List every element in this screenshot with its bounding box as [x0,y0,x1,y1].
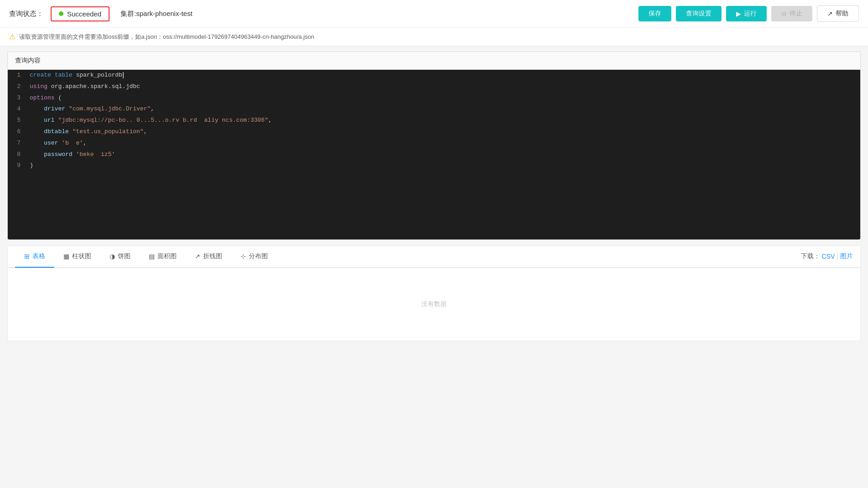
tab-pie-label: 饼图 [118,252,131,260]
line-number-6: 6 [8,126,26,138]
tabs-bar: ⊞ 表格 ▦ 柱状图 ◑ 饼图 ▤ 面积图 ↗ 折线图 ⊹ 分布图 下载： CS… [8,246,860,268]
code-line-empty-5 [8,217,860,228]
tabs-section: ⊞ 表格 ▦ 柱状图 ◑ 饼图 ▤ 面积图 ↗ 折线图 ⊹ 分布图 下载： CS… [7,245,861,268]
save-button[interactable]: 保存 [638,6,671,21]
code-line-7: 7 user 'b e', [8,138,860,149]
status-dot-icon [59,11,63,16]
line-chart-icon: ↗ [195,253,200,260]
line-content-e4 [26,206,860,217]
line-number-e4 [8,206,26,217]
line-content-4: driver "com.mysql.jdbc.Driver", [26,104,860,115]
line-number-9: 9 [8,160,26,171]
tab-pie-chart[interactable]: ◑ 饼图 [100,246,140,268]
tab-bar-chart[interactable]: ▦ 柱状图 [54,246,100,268]
line-number-e2 [8,183,26,194]
line-content-e5 [26,217,860,228]
line-content-7: user 'b e', [26,138,860,149]
code-line-5: 5 url "jdbc:mysql://pc-bo.. 0...5...o.rv… [8,115,860,126]
code-line-empty-1 [8,171,860,183]
line-number-2: 2 [8,81,26,93]
line-number-4: 4 [8,104,26,115]
tab-line-label: 折线图 [203,252,222,260]
code-line-8: 8 password 'beke iz5' [8,149,860,161]
status-text: Succeeded [67,10,101,18]
code-line-1: 1 create table spark_polordb [8,70,860,81]
code-line-empty-2 [8,183,860,194]
code-line-empty-4 [8,206,860,217]
help-button[interactable]: ↗ 帮助 [817,5,859,22]
cluster-label: 集群:spark-phoenix-test [120,10,193,18]
line-content-e2 [26,183,860,194]
code-line-9: 9 ) [8,160,860,171]
code-line-empty-6 [8,228,860,239]
line-content-2: using org.apache.spark.sql.jdbc [26,81,860,93]
warning-bar: ⚠ 读取资源管理里面的文件需要添加oss前缀，如a.json：oss://mul… [0,28,868,46]
tab-scatter-label: 分布图 [249,252,268,260]
tab-table-label: 表格 [32,252,45,260]
warning-icon: ⚠ [9,32,16,41]
line-content-3: options ( [26,93,860,104]
tab-bar-label: 柱状图 [72,252,91,260]
code-lines: 1 create table spark_polordb 2 using org… [8,70,860,239]
help-icon: ↗ [827,10,833,17]
download-csv-link[interactable]: CSV [822,253,835,260]
editor-section: 查询内容 1 create table spark_polordb 2 usin… [7,52,861,240]
line-number-e6 [8,228,26,239]
tab-area-chart[interactable]: ▤ 面积图 [140,246,186,268]
top-bar-actions: 保存 查询设置 ▶ 运行 ⊙ 停止 ↗ 帮助 [638,5,859,22]
area-chart-icon: ▤ [149,253,155,260]
download-separator: | [837,253,838,260]
line-content-e1 [26,171,860,183]
query-status-label: 查询状态： [9,10,43,18]
line-number-3: 3 [8,93,26,104]
stop-button: ⊙ 停止 [771,6,812,21]
scatter-chart-icon: ⊹ [241,253,246,260]
line-content-6: dbtable "test.us_population", [26,126,860,138]
line-content-1: create table spark_polordb [26,70,860,81]
run-icon: ▶ [736,10,741,17]
stop-icon: ⊙ [781,10,787,17]
data-panel: 没有数据 [7,268,861,341]
code-editor[interactable]: 1 create table spark_polordb 2 using org… [8,70,860,239]
tab-line-chart[interactable]: ↗ 折线图 [186,246,231,268]
run-button[interactable]: ▶ 运行 [726,6,767,21]
editor-title: 查询内容 [15,57,41,64]
warning-text: 读取资源管理里面的文件需要添加oss前缀，如a.json：oss://multi… [19,33,314,41]
line-number-1: 1 [8,70,26,81]
line-number-7: 7 [8,138,26,149]
line-content-8: password 'beke iz5' [26,149,860,161]
bar-chart-icon: ▦ [63,253,69,260]
download-area: 下载： CSV | 图片 [801,252,853,260]
top-bar: 查询状态： Succeeded 集群:spark-phoenix-test 保存… [0,0,868,28]
code-line-2: 2 using org.apache.spark.sql.jdbc [8,81,860,93]
code-line-6: 6 dbtable "test.us_population", [8,126,860,138]
pie-chart-icon: ◑ [110,253,115,260]
line-content-5: url "jdbc:mysql://pc-bo.. 0...5...o.rv b… [26,115,860,126]
tab-table[interactable]: ⊞ 表格 [15,246,54,268]
line-number-e5 [8,217,26,228]
line-content-9: ) [26,160,860,171]
code-line-3: 3 options ( [8,93,860,104]
tab-scatter-chart[interactable]: ⊹ 分布图 [231,246,277,268]
table-icon: ⊞ [24,253,30,260]
editor-header: 查询内容 [8,52,860,70]
query-settings-button[interactable]: 查询设置 [676,6,722,21]
line-content-e3 [26,194,860,206]
download-image-link[interactable]: 图片 [840,252,853,260]
line-number-e1 [8,171,26,183]
line-number-5: 5 [8,115,26,126]
download-label: 下载： [801,252,820,260]
code-line-4: 4 driver "com.mysql.jdbc.Driver", [8,104,860,115]
no-data-text: 没有数据 [421,300,447,308]
status-badge: Succeeded [51,6,110,21]
code-line-empty-3 [8,194,860,206]
line-content-e6 [26,228,860,239]
tab-area-label: 面积图 [157,252,177,260]
line-number-8: 8 [8,149,26,161]
line-number-e3 [8,194,26,206]
